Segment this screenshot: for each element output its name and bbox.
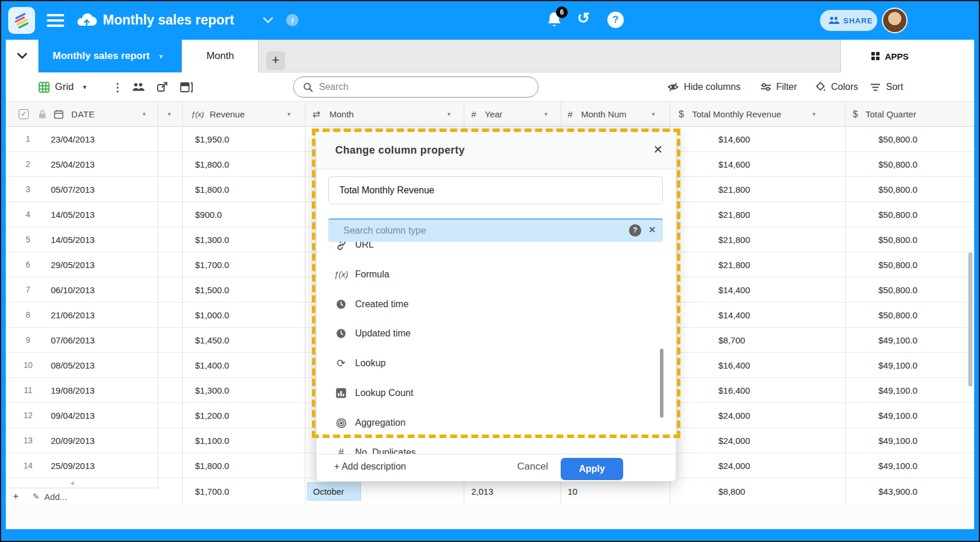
cell-date[interactable]: 05/07/2013: [51, 177, 95, 202]
collapse-tabs-button[interactable]: [6, 40, 39, 72]
row-number[interactable]: 4: [16, 202, 40, 227]
type-list-scrollbar[interactable]: [660, 349, 663, 418]
column-header-year[interactable]: Year: [485, 102, 502, 127]
column-header-month-num[interactable]: Month Num: [581, 102, 627, 127]
cell-total-monthly[interactable]: $14,600: [718, 127, 750, 152]
cell-year[interactable]: 2,013: [471, 483, 494, 501]
cell-revenue[interactable]: $1,000.0: [195, 303, 229, 328]
cell-revenue[interactable]: $1,800.0: [195, 453, 229, 478]
grid-view-icon[interactable]: [39, 72, 50, 102]
select-all-checkbox[interactable]: ✓: [19, 109, 29, 119]
cell-total-quarterly[interactable]: $50,800.0: [878, 127, 918, 152]
cell-total-quarterly[interactable]: $50,800.0: [878, 227, 918, 252]
cell-total-quarterly[interactable]: $50,800.0: [878, 177, 918, 202]
cell-date[interactable]: 23/04/2013: [51, 127, 95, 152]
cell-revenue[interactable]: $1,300.0: [195, 227, 229, 252]
cell-date[interactable]: 25/04/2013: [51, 152, 95, 177]
cell-revenue[interactable]: $1,200.0: [195, 403, 229, 428]
column-type-item[interactable]: URL: [328, 242, 663, 252]
cell-date[interactable]: 29/05/2013: [51, 252, 95, 277]
cell-date[interactable]: 25/09/2013: [51, 453, 95, 478]
sort-button[interactable]: Sort: [870, 72, 903, 102]
colors-button[interactable]: Colors: [815, 72, 858, 102]
cell-date[interactable]: 21/06/2013: [51, 303, 95, 328]
history-icon[interactable]: ↺: [577, 9, 590, 27]
add-description-button[interactable]: + Add description: [334, 461, 406, 472]
cloud-sync-icon[interactable]: [76, 11, 97, 29]
cancel-button[interactable]: Cancel: [509, 461, 556, 472]
cell-total-quarterly[interactable]: $50,800.0: [878, 303, 918, 328]
cell-date[interactable]: 09/04/2013: [51, 403, 95, 428]
cell-total-quarterly[interactable]: $43,900.0: [878, 483, 918, 501]
search-input[interactable]: [319, 82, 512, 92]
row-number[interactable]: 8: [16, 303, 40, 328]
column-header-total-monthly-revenue[interactable]: Total Monthly Revenue: [692, 102, 781, 127]
column-type-item[interactable]: Created time: [328, 297, 663, 312]
column-type-item[interactable]: Updated time: [328, 326, 663, 341]
cell-total-monthly[interactable]: $21,800: [718, 177, 750, 202]
column-menu-icon[interactable]: ▾: [447, 102, 451, 127]
cell-total-quarterly[interactable]: $49,100.0: [878, 328, 918, 353]
cell-date[interactable]: 14/05/2013: [51, 202, 95, 227]
column-type-search-input[interactable]: [328, 218, 663, 242]
cell-date[interactable]: 14/05/2013: [51, 227, 95, 252]
column-menu-icon[interactable]: ▾: [544, 102, 548, 127]
tab-month[interactable]: Month: [182, 40, 259, 72]
clear-search-icon[interactable]: ✕: [648, 224, 656, 235]
view-caret-icon[interactable]: ▾: [83, 72, 86, 102]
search-box[interactable]: [293, 77, 538, 98]
tab-caret-icon[interactable]: ▾: [159, 52, 163, 61]
avatar[interactable]: [882, 8, 908, 33]
row-number[interactable]: 13: [16, 428, 40, 453]
cell-total-quarterly[interactable]: $49,100.0: [878, 353, 918, 378]
column-type-item[interactable]: ⟳Lookup: [328, 356, 663, 371]
cell-total-monthly[interactable]: $24,000: [718, 428, 750, 453]
lock-icon[interactable]: [37, 109, 47, 119]
column-menu-icon[interactable]: ▾: [812, 102, 816, 127]
column-menu-icon[interactable]: ▾: [143, 102, 146, 127]
cell-total-quarterly[interactable]: $50,800.0: [878, 252, 918, 277]
cell-total-monthly[interactable]: $14,400: [718, 303, 750, 328]
cell-revenue[interactable]: $1,800.0: [195, 152, 229, 177]
column-header-revenue[interactable]: Revenue: [210, 102, 245, 127]
column-type-item[interactable]: #No. Duplicates: [328, 445, 663, 454]
tab-monthly-sales-report[interactable]: Monthly sales report ▾: [39, 40, 182, 72]
cell-date[interactable]: 07/06/2013: [51, 328, 95, 353]
row-height-icon[interactable]: [180, 72, 193, 102]
view-name-label[interactable]: Grid: [55, 72, 74, 102]
more-options-icon[interactable]: ⋮: [112, 72, 123, 102]
collaborators-icon[interactable]: [132, 72, 145, 102]
cell-total-monthly[interactable]: $14,600: [718, 152, 750, 177]
cell-total-quarterly[interactable]: $49,100.0: [878, 428, 918, 453]
cell-total-monthly[interactable]: $24,000: [718, 403, 750, 428]
cell-revenue[interactable]: $1,100.0: [195, 428, 229, 453]
cell-month-num[interactable]: 10: [568, 483, 578, 501]
cell-date[interactable]: 06/10/2013: [51, 277, 95, 303]
cell-total-monthly[interactable]: $16,400: [718, 378, 750, 403]
menu-icon[interactable]: [47, 14, 64, 27]
column-header-date[interactable]: DATE: [71, 102, 95, 127]
cell-total-quarterly[interactable]: $49,100.0: [878, 378, 918, 403]
cell-total-monthly[interactable]: $21,800: [718, 252, 750, 277]
row-number[interactable]: 7: [16, 277, 40, 303]
add-row-bar[interactable]: + ✎ Add...: [6, 488, 159, 505]
cell-total-monthly[interactable]: $16,400: [718, 353, 750, 378]
share-button[interactable]: SHARE: [820, 10, 877, 31]
row-number[interactable]: 6: [16, 252, 40, 277]
info-icon[interactable]: i: [286, 14, 298, 26]
row-number[interactable]: 1: [16, 127, 40, 152]
cell-revenue[interactable]: $1,400.0: [195, 353, 229, 378]
row-number[interactable]: 5: [16, 227, 40, 252]
column-type-item[interactable]: Aggregation: [328, 415, 663, 430]
column-type-item[interactable]: Lookup Count: [328, 385, 663, 401]
row-number[interactable]: 12: [16, 403, 40, 428]
row-number[interactable]: 14: [16, 453, 40, 478]
row-number[interactable]: 3: [16, 177, 40, 202]
column-header-total-quarterly[interactable]: Total Quarter: [866, 102, 916, 127]
cell-total-monthly[interactable]: $21,800: [718, 227, 750, 252]
cell-total-monthly[interactable]: $8,700: [718, 328, 745, 353]
cell-total-quarterly[interactable]: $50,800.0: [878, 152, 918, 177]
column-menu-icon[interactable]: ▾: [168, 102, 171, 127]
cell-revenue[interactable]: $1,450.0: [195, 328, 229, 353]
cell-month[interactable]: October: [313, 483, 344, 501]
